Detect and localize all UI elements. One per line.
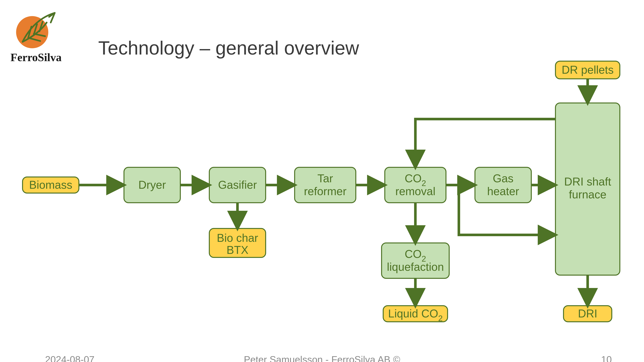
svg-text:heater: heater bbox=[487, 185, 519, 198]
svg-text:DR pellets: DR pellets bbox=[562, 63, 614, 76]
svg-text:Dryer: Dryer bbox=[138, 179, 166, 191]
svg-text:reformer: reformer bbox=[304, 185, 346, 198]
svg-text:Tar: Tar bbox=[317, 172, 333, 185]
footer-date: 2024-08-07 bbox=[45, 354, 94, 362]
svg-text:Biomass: Biomass bbox=[29, 179, 72, 191]
svg-text:furnace: furnace bbox=[569, 188, 606, 201]
svg-text:DRI shaft: DRI shaft bbox=[564, 175, 611, 188]
svg-text:BTX: BTX bbox=[226, 244, 248, 256]
process-flow-diagram: Biomass Dryer Gasifier Bio char BTX Tar … bbox=[0, 0, 644, 362]
footer-author: Peter Samuelsson - FerroSilva AB © bbox=[244, 354, 400, 362]
svg-text:removal: removal bbox=[396, 185, 436, 198]
svg-text:Gasifier: Gasifier bbox=[218, 179, 257, 191]
svg-text:Bio char: Bio char bbox=[217, 232, 258, 244]
svg-text:DRI: DRI bbox=[578, 307, 598, 320]
svg-text:Gas: Gas bbox=[493, 172, 514, 185]
svg-text:liquefaction: liquefaction bbox=[387, 261, 444, 273]
footer-page-number: 10 bbox=[601, 354, 612, 362]
